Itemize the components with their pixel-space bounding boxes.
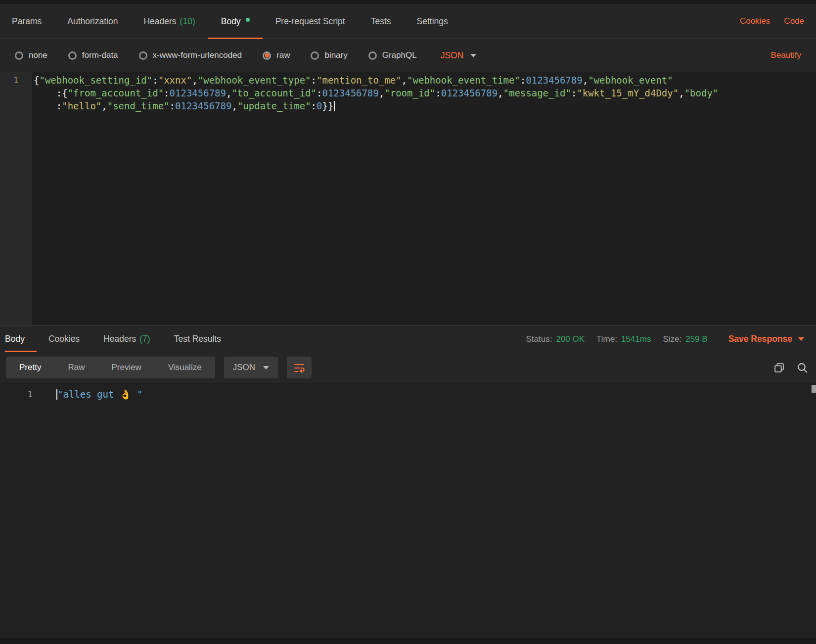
code-token: "xxnx" bbox=[158, 75, 192, 86]
body-type-binary[interactable]: binary bbox=[311, 50, 347, 60]
code-token: 0123456789 bbox=[322, 88, 378, 98]
radio-icon bbox=[368, 51, 377, 60]
tab-pre-request-script[interactable]: Pre-request Script bbox=[263, 4, 358, 39]
body-type-graphql[interactable]: GraphQL bbox=[368, 50, 417, 60]
response-language-select[interactable]: JSON bbox=[224, 357, 278, 378]
radio-icon bbox=[68, 51, 77, 60]
view-pretty[interactable]: Pretty bbox=[6, 357, 54, 378]
code-line[interactable]: :"hello","send_time":0123456789,"update_… bbox=[34, 99, 718, 112]
tab-params[interactable]: Params bbox=[12, 4, 54, 39]
body-type-raw[interactable]: raw bbox=[263, 50, 290, 60]
code-token: "body" bbox=[684, 88, 719, 98]
response-view-switcher: Pretty Raw Preview Visualize bbox=[6, 357, 215, 378]
request-editor-code[interactable]: {"webhook_setting_id":"xxnx","webhook_ev… bbox=[32, 72, 718, 325]
response-tab-headers[interactable]: Headers (7) bbox=[91, 326, 162, 352]
code-token: 0 bbox=[317, 100, 322, 111]
request-body-editor[interactable]: 1 {"webhook_setting_id":"xxnx","webhook_… bbox=[0, 72, 816, 325]
code-token: "from_account_id" bbox=[68, 88, 164, 98]
code-link[interactable]: Code bbox=[784, 16, 804, 26]
code-token: , bbox=[679, 88, 684, 98]
copy-response-button[interactable] bbox=[773, 362, 785, 373]
code-token: "alles gut 👌 " bbox=[57, 389, 142, 400]
response-toolbar-right bbox=[773, 362, 808, 373]
code-token: "update_time" bbox=[237, 100, 311, 111]
code-token: : bbox=[520, 75, 526, 86]
tab-settings[interactable]: Settings bbox=[404, 4, 461, 39]
body-type-x-www-form-urlencoded[interactable]: x-www-form-urlencoded bbox=[139, 50, 242, 60]
code-token: , bbox=[402, 75, 407, 86]
code-token: , bbox=[379, 88, 384, 98]
body-type-form-data[interactable]: form-data bbox=[68, 50, 118, 60]
line-number: 1 bbox=[0, 74, 32, 87]
tab-headers-label: Headers bbox=[143, 16, 176, 27]
code-line[interactable]: "alles gut 👌 " bbox=[56, 388, 142, 401]
response-tab-body[interactable]: Body bbox=[5, 326, 37, 352]
scrollbar-thumb[interactable] bbox=[812, 385, 816, 393]
response-toolbar: Pretty Raw Preview Visualize JSON bbox=[0, 352, 816, 383]
view-preview-label: Preview bbox=[111, 363, 141, 372]
body-type-x-www-form-urlencoded-label: x-www-form-urlencoded bbox=[153, 50, 242, 60]
view-visualize-label: Visualize bbox=[168, 363, 202, 372]
search-response-button[interactable] bbox=[797, 362, 808, 373]
code-token: 0123456789 bbox=[441, 88, 498, 98]
chevron-down-icon bbox=[470, 54, 476, 57]
view-raw[interactable]: Raw bbox=[54, 357, 98, 378]
response-tab-headers-label: Headers bbox=[103, 334, 136, 344]
response-body-viewer[interactable]: 1 "alles gut 👌 " bbox=[0, 383, 816, 638]
code-line[interactable]: :{"from_account_id":0123456789,"to_accou… bbox=[34, 87, 718, 99]
tab-authorization[interactable]: Authorization bbox=[54, 4, 131, 39]
code-line[interactable]: {"webhook_setting_id":"xxnx","webhook_ev… bbox=[34, 74, 718, 87]
tab-headers[interactable]: Headers (10) bbox=[131, 4, 208, 39]
size-value: 259 B bbox=[685, 334, 707, 344]
code-token: "webhook_setting_id" bbox=[39, 75, 152, 86]
code-token: : bbox=[170, 100, 175, 111]
cookies-link[interactable]: Cookies bbox=[740, 16, 770, 26]
response-editor-gutter: 1 bbox=[0, 383, 40, 638]
tab-params-label: Params bbox=[12, 16, 42, 27]
code-token: "hello" bbox=[62, 100, 101, 111]
tab-tests[interactable]: Tests bbox=[358, 4, 404, 39]
code-token: }} bbox=[322, 100, 334, 111]
beautify-link[interactable]: Beautify bbox=[771, 50, 801, 60]
save-response-button[interactable]: Save Response bbox=[728, 334, 804, 344]
code-token: : bbox=[571, 88, 577, 98]
body-type-raw-label: raw bbox=[276, 50, 290, 60]
text-cursor bbox=[334, 101, 335, 111]
response-tab-cookies[interactable]: Cookies bbox=[37, 326, 91, 352]
response-meta: Status: 200 OK Time: 1541ms Size: 259 B … bbox=[526, 326, 804, 352]
chevron-down-icon bbox=[798, 337, 804, 341]
radio-icon bbox=[15, 51, 23, 60]
request-language-select[interactable]: JSON bbox=[441, 50, 477, 61]
radio-icon bbox=[139, 51, 147, 60]
view-preview[interactable]: Preview bbox=[98, 357, 154, 378]
status-label: Status: bbox=[526, 334, 552, 344]
radio-icon bbox=[311, 51, 319, 60]
code-token: : bbox=[311, 75, 317, 86]
tab-authorization-label: Authorization bbox=[67, 16, 118, 27]
response-editor-code[interactable]: "alles gut 👌 " bbox=[40, 383, 142, 638]
code-token: , bbox=[498, 88, 503, 98]
body-type-graphql-label: GraphQL bbox=[382, 50, 417, 60]
code-token: "webhook_event_time" bbox=[407, 75, 520, 86]
body-type-none[interactable]: none bbox=[15, 50, 47, 60]
view-visualize[interactable]: Visualize bbox=[155, 357, 215, 378]
code-token: 0123456789 bbox=[170, 88, 226, 98]
request-language-value: JSON bbox=[441, 50, 464, 61]
code-token: 0123456789 bbox=[175, 100, 231, 111]
code-token: , bbox=[192, 75, 197, 86]
code-token: 0123456789 bbox=[526, 75, 582, 86]
code-token: : bbox=[34, 100, 62, 111]
code-token: , bbox=[226, 88, 231, 98]
request-tab-bar: Params Authorization Headers (10) Body P… bbox=[0, 4, 816, 39]
response-tab-test-results[interactable]: Test Results bbox=[162, 326, 233, 352]
code-token: : bbox=[435, 88, 441, 98]
wrap-lines-button[interactable] bbox=[287, 357, 312, 378]
postman-app: Params Authorization Headers (10) Body P… bbox=[0, 0, 816, 644]
request-editor-gutter: 1 bbox=[0, 72, 32, 325]
code-token: "kwkt_15_mY_d4Ddy" bbox=[577, 88, 679, 98]
view-pretty-label: Pretty bbox=[19, 363, 41, 372]
tab-body-label: Body bbox=[221, 16, 241, 27]
tab-settings-label: Settings bbox=[417, 16, 448, 27]
request-tab-bar-links: Cookies Code bbox=[740, 4, 804, 39]
tab-body[interactable]: Body bbox=[208, 4, 263, 39]
